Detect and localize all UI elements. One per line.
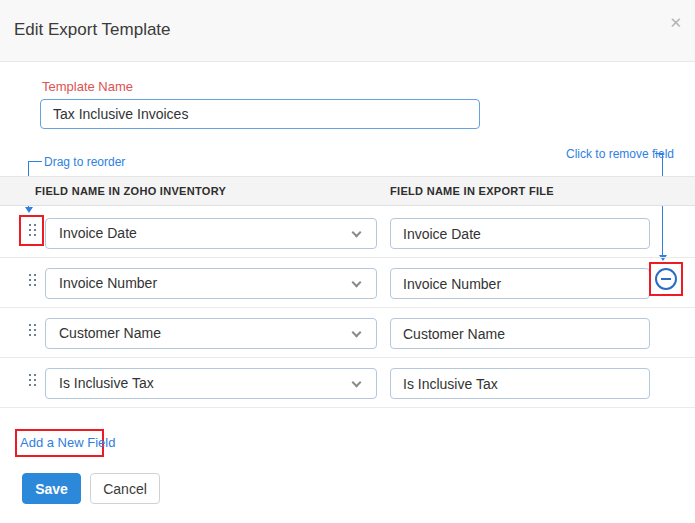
template-name-label: Template Name bbox=[42, 79, 133, 94]
row-divider bbox=[0, 307, 695, 308]
field-select-row-3[interactable]: Customer Name bbox=[45, 318, 377, 349]
field-select-value: Invoice Number bbox=[59, 275, 157, 291]
export-field-input-row-4[interactable] bbox=[390, 368, 650, 399]
field-select-row-1[interactable]: Invoice Date bbox=[45, 218, 377, 249]
row-divider bbox=[0, 357, 695, 358]
field-select-row-2[interactable]: Invoice Number bbox=[45, 268, 377, 299]
chevron-down-icon bbox=[352, 328, 362, 338]
drag-annotation-connector bbox=[29, 161, 42, 162]
drag-to-reorder-annotation: Drag to reorder bbox=[44, 155, 125, 169]
add-new-field-link[interactable]: Add a New Field bbox=[20, 435, 115, 450]
drag-handle-icon[interactable] bbox=[29, 374, 37, 387]
dialog-header: Edit Export Template ✕ bbox=[0, 0, 695, 62]
drag-handle-icon[interactable] bbox=[29, 224, 37, 237]
edit-export-template-dialog: Edit Export Template ✕ Template Name Dra… bbox=[0, 0, 695, 523]
close-icon[interactable]: ✕ bbox=[669, 15, 682, 30]
field-select-value: Is Inclusive Tax bbox=[59, 375, 154, 391]
export-field-input-row-1[interactable] bbox=[390, 218, 650, 249]
dialog-title: Edit Export Template bbox=[14, 20, 171, 40]
export-field-input-row-3[interactable] bbox=[390, 318, 650, 349]
minus-icon bbox=[661, 278, 671, 280]
row-divider bbox=[0, 257, 695, 258]
export-field-input-row-2[interactable] bbox=[390, 268, 650, 299]
save-button[interactable]: Save bbox=[22, 473, 81, 504]
field-select-value: Invoice Date bbox=[59, 225, 137, 241]
drag-handle-icon[interactable] bbox=[29, 324, 37, 337]
remove-field-button[interactable] bbox=[655, 268, 677, 290]
table-header-row: FIELD NAME IN ZOHO INVENTORY FIELD NAME … bbox=[0, 176, 695, 206]
column-header-export-field: FIELD NAME IN EXPORT FILE bbox=[390, 177, 554, 205]
cancel-button[interactable]: Cancel bbox=[90, 473, 160, 504]
arrow-down-icon bbox=[659, 255, 667, 261]
drag-handle-icon[interactable] bbox=[29, 274, 37, 287]
chevron-down-icon bbox=[352, 228, 362, 238]
chevron-down-icon bbox=[352, 378, 362, 388]
chevron-down-icon bbox=[352, 278, 362, 288]
template-name-input[interactable] bbox=[40, 99, 480, 129]
arrow-down-icon bbox=[25, 207, 33, 213]
field-select-row-4[interactable]: Is Inclusive Tax bbox=[45, 368, 377, 399]
column-header-zoho-field: FIELD NAME IN ZOHO INVENTORY bbox=[35, 177, 226, 205]
table-bottom-divider bbox=[0, 407, 695, 408]
field-select-value: Customer Name bbox=[59, 325, 161, 341]
click-to-remove-annotation: Click to remove field bbox=[566, 147, 674, 161]
